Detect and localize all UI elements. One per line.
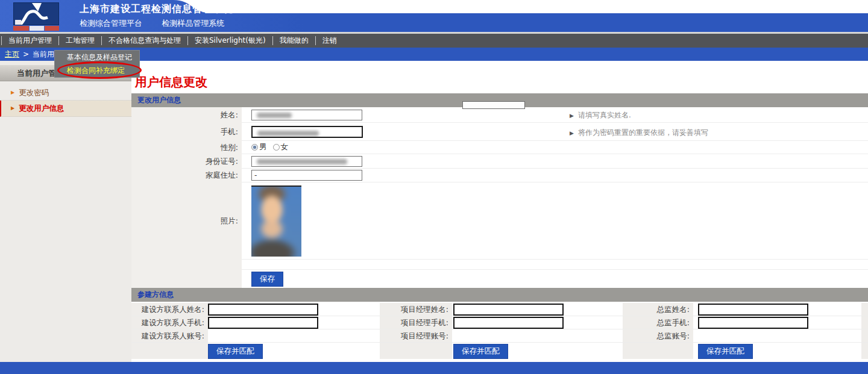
redacted-id-value <box>257 159 347 164</box>
tooltip-box-artifact <box>462 101 525 109</box>
id-number-label: 身份证号: <box>131 154 242 169</box>
sidebar: 当前用户管理 ▶ 更改密码 ▶ 更改用户信息 <box>0 61 131 362</box>
chief-supervisor-name-input[interactable] <box>698 304 808 316</box>
app-window: 上海市建设工程检测信息管理系统 检测综合管理平台 检测样品管理系统 当前用户管理… <box>0 0 868 374</box>
photo-label: 照片: <box>131 182 242 260</box>
save-button[interactable]: 保存 <box>251 272 283 287</box>
phone-label: 手机: <box>131 123 242 141</box>
sidebar-item-change-password[interactable]: ▶ 更改密码 <box>0 86 131 101</box>
dropdown-item-basic-info-sample-registration[interactable]: 基本信息及样品登记 <box>55 51 139 64</box>
address-label: 家庭住址: <box>131 169 242 182</box>
project-manager-name-label: 项目经理姓名: <box>380 303 452 316</box>
remark-text: 将作为密码重置的重要依据，请妥善填写 <box>578 128 708 138</box>
chief-supervisor-phone-label: 总监手机: <box>623 316 693 329</box>
form-row-spacer <box>131 260 868 270</box>
menu-what-i-can-do[interactable]: 我能做的 <box>272 36 315 45</box>
logo-caption <box>13 26 60 31</box>
builder-contact-phone-label: 建设方联系人手机: <box>131 316 208 329</box>
save-and-match-button-builder[interactable]: 保存并匹配 <box>208 344 263 359</box>
project-manager-name-input[interactable] <box>453 304 564 316</box>
address-input[interactable]: - <box>251 170 362 181</box>
remark-arrow-icon: ▶ <box>570 130 574 136</box>
sidebar-item-label: 更改用户信息 <box>19 104 64 114</box>
platform-tabs: 检测综合管理平台 检测样品管理系统 <box>80 18 241 29</box>
form-row-gender: 性别: 男 女 <box>131 141 868 154</box>
user-info-form: 姓名: ▶ 请填写真实姓名. 手机: ▶ 将作为密码重置的重要依据，请妥善填写 <box>131 107 868 288</box>
redacted-phone-value <box>257 131 319 136</box>
menu-current-user-management[interactable]: 当前用户管理 <box>1 36 58 45</box>
user-photo <box>251 185 301 257</box>
page-title: 用户信息更改 <box>135 74 207 90</box>
project-manager-phone-label: 项目经理手机: <box>380 316 452 329</box>
phone-input[interactable] <box>251 126 363 138</box>
main-content: 用户信息更改 更改用户信息 姓名: ▶ 请填写真实姓名. 手机: <box>131 61 868 362</box>
form-row-name: 姓名: ▶ 请填写真实姓名. <box>131 107 868 123</box>
chief-supervisor-name-label: 总监姓名: <box>623 303 693 316</box>
remark-text: 请填写真实姓名. <box>578 110 631 120</box>
name-label: 姓名: <box>131 107 242 123</box>
form-row-address: 家庭住址: - <box>131 169 868 182</box>
logo-icon <box>13 2 59 25</box>
menu-nonconforming-query[interactable]: 不合格信息查询与处理 <box>101 36 187 45</box>
name-input[interactable] <box>251 110 362 120</box>
tab-comprehensive-platform[interactable]: 检测综合管理平台 <box>80 19 142 28</box>
name-remark: ▶ 请填写真实姓名. <box>570 110 631 120</box>
party-row-names: 建设方联系人姓名: 项目经理姓名: 总监姓名: <box>131 303 868 316</box>
main-menu-bar: 当前用户管理 工地管理 不合格信息查询与处理 安装Silverlight(银光)… <box>0 34 868 48</box>
remark-arrow-icon: ▶ <box>570 113 574 119</box>
app-header: 上海市建设工程检测信息管理系统 检测综合管理平台 检测样品管理系统 <box>0 0 868 32</box>
gender-female-radio[interactable] <box>273 144 280 151</box>
menu-logout[interactable]: 注销 <box>315 36 344 45</box>
menu-site-management[interactable]: 工地管理 <box>58 36 101 45</box>
sidebar-item-label: 更改密码 <box>19 88 49 98</box>
project-manager-phone-input[interactable] <box>453 317 564 329</box>
gender-male-label: 男 <box>259 142 267 152</box>
form-row-phone: 手机: ▶ 将作为密码重置的重要依据，请妥善填写 <box>131 123 868 141</box>
menu-install-silverlight[interactable]: 安装Silverlight(银光) <box>187 36 272 45</box>
builder-contact-name-input[interactable] <box>208 304 318 316</box>
bullet-arrow-icon: ▶ <box>11 106 14 111</box>
breadcrumb-home-link[interactable]: 主页 <box>5 49 19 60</box>
gender-female-label: 女 <box>281 142 289 152</box>
party-row-accounts: 建设方联系人账号: 项目经理账号: 总监账号: <box>131 329 868 343</box>
project-manager-account-label: 项目经理账号: <box>380 329 452 343</box>
chief-supervisor-account-label: 总监账号: <box>623 329 693 343</box>
builder-contact-name-label: 建设方联系人姓名: <box>131 303 208 316</box>
builder-contact-phone-input[interactable] <box>208 317 318 329</box>
builder-contact-account-label: 建设方联系人账号: <box>131 329 208 343</box>
section-header-party-info: 参建方信息 <box>131 288 868 302</box>
site-management-dropdown: 基本信息及样品登记 检测合同补充绑定 <box>54 50 140 78</box>
phone-remark: ▶ 将作为密码重置的重要依据，请妥善填写 <box>570 128 708 138</box>
breadcrumb-separator: > <box>23 50 29 58</box>
redacted-name-value <box>257 113 292 118</box>
tab-sample-system[interactable]: 检测样品管理系统 <box>162 19 224 28</box>
app-title: 上海市建设工程检测信息管理系统 <box>80 3 233 16</box>
save-and-match-button-chief-supervisor[interactable]: 保存并匹配 <box>698 344 753 359</box>
party-info-table: 建设方联系人姓名: 项目经理姓名: 总监姓名: 建设方联系人手机: 项目经理手机… <box>131 302 868 360</box>
gender-label: 性别: <box>131 141 242 154</box>
form-row-save: 保存 <box>131 270 868 288</box>
app-logo <box>13 2 60 31</box>
form-row-photo: 照片: <box>131 182 868 260</box>
sidebar-item-change-user-info[interactable]: ▶ 更改用户信息 <box>0 101 131 117</box>
bullet-arrow-icon: ▶ <box>11 90 14 95</box>
party-row-buttons: 保存并匹配 保存并匹配 保存并匹配 <box>131 343 868 359</box>
save-and-match-button-project-manager[interactable]: 保存并匹配 <box>453 344 508 359</box>
form-row-id-number: 身份证号: <box>131 154 868 169</box>
chief-supervisor-phone-input[interactable] <box>698 317 808 329</box>
gender-male-radio[interactable] <box>251 144 258 151</box>
id-number-input[interactable] <box>251 156 362 167</box>
party-row-phones: 建设方联系人手机: 项目经理手机: 总监手机: <box>131 316 868 329</box>
blurred-portrait <box>251 185 301 257</box>
footer-bar <box>0 362 868 374</box>
dropdown-item-contract-supplement-binding[interactable]: 检测合同补充绑定 <box>55 64 139 77</box>
